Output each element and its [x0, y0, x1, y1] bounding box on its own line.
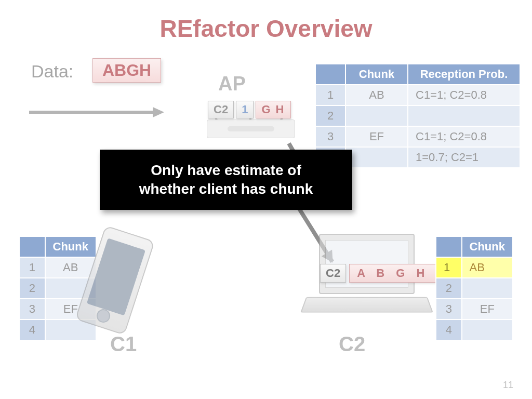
ap-packet-payload: G H	[256, 101, 290, 118]
ap-th-idx	[315, 64, 345, 85]
c2-packet-dest: C2	[320, 264, 346, 283]
table-row: 4	[19, 320, 96, 340]
c2-packet: C2 A B G H	[320, 264, 436, 283]
ap-packet-ref: 1	[236, 101, 254, 118]
ap-th-chunk: Chunk	[345, 64, 408, 85]
arrow-input-icon	[29, 107, 164, 117]
c2-packet-payload: A B G H	[349, 264, 436, 283]
table-row: 3 EF C1=1; C2=0.8	[315, 126, 520, 147]
table-row: 1AB	[436, 257, 513, 278]
table-row: 2	[436, 278, 513, 299]
page-number: 11	[503, 380, 513, 391]
c1-th-idx	[19, 236, 45, 257]
ap-th-prob: Reception Prob.	[408, 64, 520, 85]
table-row: 3EF	[436, 299, 513, 320]
table-row: 4	[436, 320, 513, 340]
callout-line2: whether client has chunk	[114, 180, 338, 198]
c1-th-chunk: Chunk	[45, 236, 96, 257]
c1-label: C1	[110, 332, 137, 356]
callout-box: Only have estimate of whether client has…	[100, 150, 352, 210]
slide-title: REfactor Overview	[0, 15, 532, 43]
c2-table: Chunk 1AB 2 3EF 4	[435, 236, 513, 341]
ap-packet: C2 1 G H	[208, 101, 291, 118]
c2-th-chunk: Chunk	[462, 236, 513, 257]
data-label: Data:	[31, 61, 73, 82]
table-row: 1AB	[19, 257, 96, 278]
ap-packet-dest: C2	[208, 101, 234, 118]
ap-label: AP	[218, 73, 246, 95]
data-value-box: ABGH	[92, 58, 161, 83]
table-row: 1 AB C1=1; C2=0.8	[315, 85, 520, 105]
c2-th-idx	[436, 236, 462, 257]
slide: REfactor Overview Data: ABGH AP C2 1 G H…	[0, 0, 532, 399]
table-row: 2	[315, 105, 520, 126]
c2-label: C2	[339, 332, 365, 356]
callout-line1: Only have estimate of	[114, 161, 338, 180]
